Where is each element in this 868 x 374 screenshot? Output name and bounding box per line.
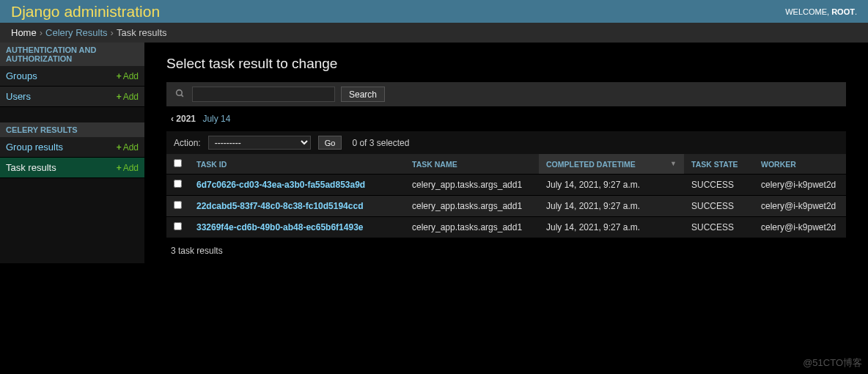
plus-icon: + xyxy=(117,163,122,173)
plus-icon: + xyxy=(117,71,122,81)
task-name-cell: celery_app.tasks.args_add1 xyxy=(405,196,539,217)
page-title: Select task result to change xyxy=(166,56,846,72)
task-state-cell: SUCCESS xyxy=(684,175,754,196)
task-state-cell: SUCCESS xyxy=(684,217,754,238)
plus-icon: + xyxy=(117,142,122,153)
user-tools: WELCOME, ROOT. xyxy=(785,7,857,16)
sidebar-item-group-results: Group results +Add xyxy=(0,137,144,158)
col-header-task-name[interactable]: TASK NAME xyxy=(405,154,539,175)
task-worker-cell: celery@i-k9pwet2d xyxy=(754,196,846,217)
row-checkbox[interactable] xyxy=(174,180,182,188)
model-link-users[interactable]: Users xyxy=(6,91,31,102)
model-link-task-results[interactable]: Task results xyxy=(6,162,56,173)
search-icon xyxy=(175,89,185,100)
breadcrumb-home[interactable]: Home xyxy=(11,27,37,38)
selection-counter: 0 of 3 selected xyxy=(352,138,409,148)
username[interactable]: ROOT xyxy=(831,7,855,16)
action-select[interactable]: --------- xyxy=(208,136,311,150)
site-name[interactable]: Django administration xyxy=(11,3,160,21)
header-bar: Django administration WELCOME, ROOT. xyxy=(0,0,868,23)
plus-icon: + xyxy=(117,92,122,102)
sidebar-item-groups: Groups +Add xyxy=(0,66,144,87)
task-id-link[interactable]: 6d7c0626-cd03-43ea-a3b0-fa55ad853a9d xyxy=(196,180,365,190)
date-current-link[interactable]: July 14 xyxy=(202,114,230,124)
task-worker-cell: celery@i-k9pwet2d xyxy=(754,175,846,196)
sort-desc-icon: ▼ xyxy=(670,160,677,167)
task-name-cell: celery_app.tasks.args_add1 xyxy=(405,217,539,238)
task-worker-cell: celery@i-k9pwet2d xyxy=(754,217,846,238)
task-id-link[interactable]: 33269f4e-cd6b-49b0-ab48-ec65b6f1493e xyxy=(196,222,363,232)
col-header-worker[interactable]: WORKER xyxy=(754,154,846,175)
paginator: 3 task results xyxy=(166,238,846,263)
watermark: @51CTO博客 xyxy=(803,356,862,370)
date-hierarchy: ‹ 2021 July 14 xyxy=(166,106,846,131)
breadcrumb-sep: › xyxy=(111,27,114,38)
svg-line-1 xyxy=(181,95,183,97)
actions-bar: Action: --------- Go 0 of 3 selected xyxy=(166,131,846,154)
date-back-link[interactable]: ‹ 2021 xyxy=(171,114,196,124)
add-users[interactable]: +Add xyxy=(117,92,139,102)
breadcrumb-model: Task results xyxy=(117,27,167,38)
add-group-results[interactable]: +Add xyxy=(117,142,139,153)
search-button[interactable]: Search xyxy=(341,87,385,102)
app-caption-celery[interactable]: CELERY RESULTS xyxy=(0,122,144,137)
add-task-results[interactable]: +Add xyxy=(117,163,139,173)
task-datetime-cell: July 14, 2021, 9:27 a.m. xyxy=(539,217,684,238)
app-module-auth: AUTHENTICATION AND AUTHORIZATION Groups … xyxy=(0,43,144,107)
app-module-celery: CELERY RESULTS Group results +Add Task r… xyxy=(0,122,144,178)
select-all-checkbox[interactable] xyxy=(174,159,182,167)
task-state-cell: SUCCESS xyxy=(684,196,754,217)
search-input[interactable] xyxy=(192,87,335,102)
go-button[interactable]: Go xyxy=(318,136,342,150)
task-id-link[interactable]: 22dcabd5-83f7-48c0-8c38-fc10d5194ccd xyxy=(196,201,363,211)
breadcrumb-app[interactable]: Celery Results xyxy=(45,27,108,38)
breadcrumb: Home › Celery Results › Task results xyxy=(0,23,868,43)
breadcrumb-sep: › xyxy=(40,27,43,38)
row-checkbox[interactable] xyxy=(174,201,182,209)
content: Select task result to change Search ‹ 20… xyxy=(144,43,868,263)
col-header-task-state[interactable]: TASK STATE xyxy=(684,154,754,175)
table-row: 22dcabd5-83f7-48c0-8c38-fc10d5194ccdcele… xyxy=(166,196,846,217)
sidebar-item-users: Users +Add xyxy=(0,87,144,107)
col-header-completed-datetime[interactable]: COMPLETED DATETIME▼ xyxy=(539,154,684,175)
sidebar-item-task-results: Task results +Add xyxy=(0,158,144,178)
col-header-checkbox xyxy=(166,154,189,175)
model-link-groups[interactable]: Groups xyxy=(6,70,37,81)
search-toolbar: Search xyxy=(166,82,846,106)
svg-point-0 xyxy=(177,89,183,95)
model-link-group-results[interactable]: Group results xyxy=(6,142,63,153)
welcome-text: WELCOME, xyxy=(785,7,829,16)
nav-sidebar: AUTHENTICATION AND AUTHORIZATION Groups … xyxy=(0,43,144,263)
result-table: TASK ID TASK NAME COMPLETED DATETIME▼ TA… xyxy=(166,154,846,238)
app-caption-auth[interactable]: AUTHENTICATION AND AUTHORIZATION xyxy=(0,43,144,66)
task-datetime-cell: July 14, 2021, 9:27 a.m. xyxy=(539,175,684,196)
table-row: 33269f4e-cd6b-49b0-ab48-ec65b6f1493ecele… xyxy=(166,217,846,238)
row-checkbox[interactable] xyxy=(174,222,182,230)
col-header-task-id[interactable]: TASK ID xyxy=(189,154,405,175)
table-row: 6d7c0626-cd03-43ea-a3b0-fa55ad853a9dcele… xyxy=(166,175,846,196)
task-name-cell: celery_app.tasks.args_add1 xyxy=(405,175,539,196)
task-datetime-cell: July 14, 2021, 9:27 a.m. xyxy=(539,196,684,217)
action-label: Action: xyxy=(174,138,201,148)
add-groups[interactable]: +Add xyxy=(117,71,139,81)
